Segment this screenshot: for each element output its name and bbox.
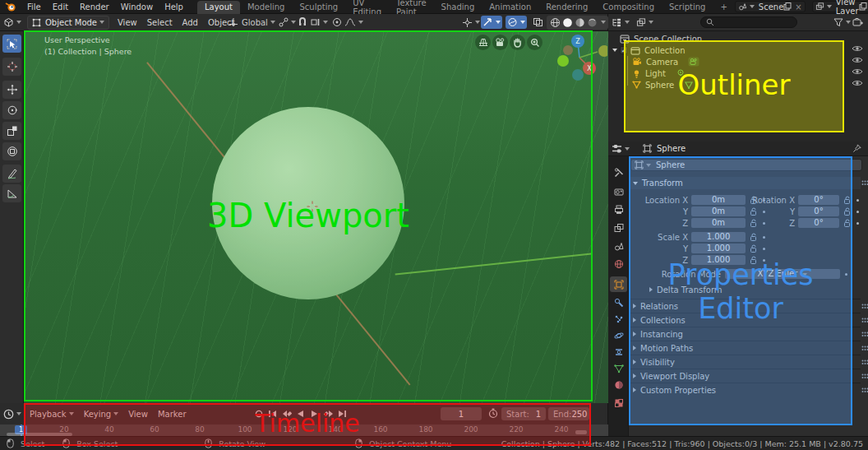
workspace-tab-scripting[interactable]: Scripting xyxy=(662,1,713,14)
workspace-tab-rendering[interactable]: Rendering xyxy=(538,1,595,14)
animate-dot[interactable] xyxy=(856,222,859,225)
viewport-menu-add[interactable]: Add xyxy=(178,18,203,27)
lock-icon[interactable] xyxy=(750,244,758,253)
show-overlays-toggle[interactable] xyxy=(481,16,502,29)
delta-transform-row[interactable]: Delta Transform xyxy=(629,284,861,295)
snap-with-icon[interactable] xyxy=(310,17,328,27)
lock-icon[interactable] xyxy=(843,196,852,204)
add-workspace-button[interactable]: + xyxy=(713,1,734,14)
workspace-tab-layout[interactable]: Layout xyxy=(197,1,240,14)
hide-in-viewport-eye-icon[interactable] xyxy=(852,67,863,79)
workspace-tab-sculpting[interactable]: Sculpting xyxy=(292,1,345,14)
pin-icon[interactable] xyxy=(852,144,861,153)
lock-icon[interactable] xyxy=(843,219,852,227)
timeline-ruler[interactable]: 1 20406080100120140160180200220240 xyxy=(0,424,608,436)
rotation-value-field[interactable]: 0° xyxy=(798,195,839,205)
tab-material-icon[interactable] xyxy=(610,377,627,392)
camera-view-icon[interactable] xyxy=(492,35,508,50)
tab-view-layer-icon[interactable] xyxy=(610,220,627,235)
play-icon[interactable] xyxy=(308,408,321,420)
unlink-scene-icon[interactable]: × xyxy=(795,2,801,12)
tab-physics-icon[interactable] xyxy=(610,327,627,343)
next-keyframe-icon[interactable] xyxy=(322,408,335,420)
prev-keyframe-icon[interactable] xyxy=(280,408,293,420)
xray-dropdown-toggle[interactable] xyxy=(506,16,527,29)
shading-solid-icon[interactable] xyxy=(562,17,573,28)
panel-instancing[interactable]: Instancing xyxy=(629,327,861,341)
shading-material-icon[interactable] xyxy=(575,17,585,28)
animate-dot[interactable] xyxy=(763,248,765,250)
view-layer-selector[interactable]: View Layer × xyxy=(812,1,868,12)
animate-dot[interactable] xyxy=(763,236,765,239)
snap-target-icon[interactable] xyxy=(279,17,296,27)
tab-constraints-icon[interactable] xyxy=(610,344,627,360)
menu-file[interactable]: File xyxy=(21,2,47,12)
panel-drag-handle[interactable] xyxy=(861,386,868,395)
tool-move[interactable] xyxy=(2,81,21,99)
panel-custom-properties[interactable]: Custom Properties xyxy=(629,383,861,397)
disclosure-icon[interactable] xyxy=(612,49,617,52)
tab-world-icon[interactable] xyxy=(610,256,627,271)
stopwatch-icon[interactable] xyxy=(488,408,498,419)
editor-type-outliner-icon[interactable] xyxy=(608,17,633,27)
lock-icon[interactable] xyxy=(750,233,758,241)
panel-motion-paths[interactable]: Motion Paths xyxy=(629,341,861,355)
panel-collections[interactable]: Collections xyxy=(629,313,861,327)
tool-transform[interactable] xyxy=(2,142,21,160)
outliner-display-mode-icon[interactable] xyxy=(633,18,657,27)
blender-logo-icon[interactable] xyxy=(0,2,21,12)
tab-render-icon[interactable] xyxy=(610,183,627,199)
animate-dot[interactable] xyxy=(763,259,765,262)
falloff-icon[interactable] xyxy=(344,17,363,27)
animate-dot[interactable] xyxy=(856,199,859,202)
panel-visibility[interactable]: Visibility xyxy=(629,355,861,369)
panel-drag-handle[interactable] xyxy=(861,302,868,311)
navigation-gizmo[interactable]: Z X xyxy=(556,33,607,84)
new-collection-icon[interactable] xyxy=(852,17,863,27)
hide-in-viewport-eye-icon[interactable] xyxy=(852,56,863,67)
timeline-menu-keying[interactable]: Keying xyxy=(79,410,124,419)
workspace-tab-modeling[interactable]: Modeling xyxy=(240,1,293,14)
hide-in-viewport-eye-icon[interactable] xyxy=(852,79,863,90)
tool-cursor[interactable] xyxy=(2,58,21,76)
workspace-tab-animation[interactable]: Animation xyxy=(482,1,538,14)
tab-particles-icon[interactable] xyxy=(610,311,627,327)
rotation-mode-select[interactable]: XYZ Euler xyxy=(725,269,840,279)
tab-output-icon[interactable] xyxy=(610,202,627,217)
timeline-menu-view[interactable]: View xyxy=(123,410,153,419)
outliner-root-row[interactable]: Scene Collection xyxy=(620,33,702,44)
show-gizmo-icon[interactable] xyxy=(462,17,480,28)
lock-icon[interactable] xyxy=(750,256,758,264)
tab-modifiers-icon[interactable] xyxy=(610,295,627,310)
tool-annotate[interactable] xyxy=(2,165,21,183)
animate-dot[interactable] xyxy=(856,211,859,213)
workspace-tab-compositing[interactable]: Compositing xyxy=(595,1,662,14)
panel-relations[interactable]: Relations xyxy=(629,299,861,313)
menu-help[interactable]: Help xyxy=(159,2,189,12)
panel-drag-handle[interactable] xyxy=(861,372,868,381)
outliner-search-input[interactable] xyxy=(700,16,797,28)
tool-rotate[interactable] xyxy=(2,101,21,119)
outliner-item-sphere[interactable]: Sphere xyxy=(632,79,694,90)
frame-end-field[interactable]: End: 250 xyxy=(548,407,589,420)
timeline-menu-marker[interactable]: Marker xyxy=(153,410,192,419)
tab-scene-icon[interactable] xyxy=(610,238,627,253)
object-name-field[interactable]: Sphere xyxy=(630,159,862,171)
outliner-item-camera[interactable]: Camera xyxy=(632,56,699,67)
menu-window[interactable]: Window xyxy=(115,2,159,12)
scale-value-field[interactable]: 1.000 xyxy=(691,232,746,242)
zoom-view-icon[interactable] xyxy=(527,35,542,50)
rotation-value-field[interactable]: 0° xyxy=(798,206,839,216)
tab-object-data-icon[interactable] xyxy=(610,360,627,376)
menu-render[interactable]: Render xyxy=(74,2,115,12)
outliner-item-collection[interactable]: ✓Collection xyxy=(612,44,685,56)
editor-type-timeline-icon[interactable] xyxy=(0,409,25,420)
viewport-3d[interactable]: User Perspective (1) Collection | Sphere… xyxy=(24,31,608,403)
tool-select-box[interactable] xyxy=(2,35,21,53)
tab-object-icon[interactable] xyxy=(610,276,627,292)
proportional-editing-icon[interactable] xyxy=(332,17,342,27)
timeline-scrollbar-right[interactable] xyxy=(575,430,587,434)
scene-selector[interactable]: Scene × xyxy=(735,1,806,12)
collection-checkbox[interactable]: ✓ xyxy=(620,46,628,54)
workspace-tab-shading[interactable]: Shading xyxy=(434,1,482,14)
